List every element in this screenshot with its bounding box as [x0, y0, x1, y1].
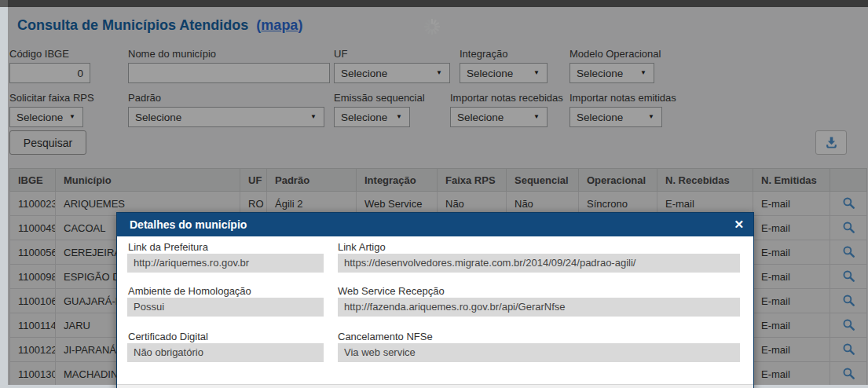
field-label-ambiente-homologacao: Ambiente de Homologação [128, 285, 251, 297]
link-artigo-value: https://desenvolvedores.migrate.com.br/2… [338, 254, 740, 273]
modal-header: Detalhes do município ✕ [117, 213, 753, 236]
app-root: Consulta de Municípios Atendidos (mapa) [0, 0, 868, 388]
field-label-link-prefeitura: Link da Prefeitura [128, 241, 208, 253]
modal-title: Detalhes do município [130, 218, 247, 231]
municipality-details-modal: Detalhes do município ✕ Link da Prefeitu… [116, 212, 754, 388]
field-label-web-service-recepcao: Web Service Recepção [338, 285, 445, 297]
modal-body: Link da Prefeitura http://ariquemes.ro.g… [117, 236, 753, 384]
certificado-digital-value: Não obrigatório [127, 343, 324, 362]
web-service-recepcao-value: http://fazenda.ariquemes.ro.gov.br/api/G… [338, 298, 740, 317]
field-label-cancelamento-nfse: Cancelamento NFSe [338, 331, 433, 342]
ambiente-homologacao-value: Possui [127, 298, 324, 317]
link-prefeitura-value: http://ariquemes.ro.gov.br [127, 254, 324, 273]
field-label-certificado-digital: Certificado Digital [128, 331, 208, 342]
cancelamento-nfse-value: Via web service [338, 343, 740, 362]
close-icon[interactable]: ✕ [734, 216, 744, 233]
field-label-link-artigo: Link Artigo [338, 241, 386, 253]
modal-footer [117, 384, 753, 388]
